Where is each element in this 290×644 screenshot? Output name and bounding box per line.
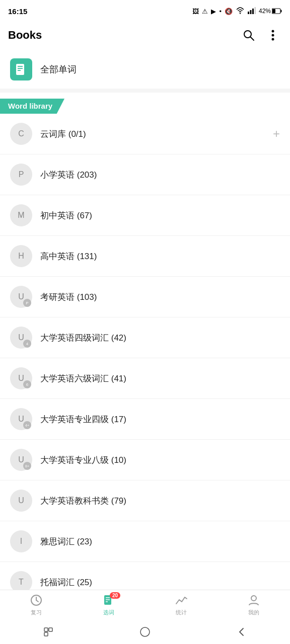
list-item[interactable]: H 高中英语 (131) (0, 236, 290, 277)
svg-line-9 (251, 37, 254, 41)
avatar: M (10, 204, 32, 226)
battery-icon: 42% (259, 8, 282, 15)
item-label: 大学英语教科书类 (79) (40, 495, 280, 507)
svg-line-19 (36, 600, 38, 602)
list-item[interactable]: U 6 大学英语六级词汇 (41) (0, 358, 290, 399)
word-library-header: Word library (0, 99, 64, 114)
item-label: 雅思词汇 (23) (40, 536, 280, 547)
search-button[interactable] (240, 26, 258, 44)
sub-badge: 6 (23, 380, 31, 388)
item-label: 大学英语专业四级 (17) (40, 414, 280, 425)
item-label: 大学英语专业八级 (10) (40, 454, 280, 466)
status-time: 16:15 (8, 7, 27, 16)
all-words-row[interactable]: 全部单词 (0, 50, 290, 89)
item-label: 大学英语六级词汇 (41) (40, 373, 280, 384)
list-item[interactable]: P 小学英语 (203) (0, 154, 290, 195)
signal-icon (248, 7, 256, 16)
svg-rect-7 (272, 9, 275, 13)
item-label: 托福词汇 (25) (40, 577, 280, 588)
youtube-icon: ▶ (211, 8, 216, 15)
nav-label-mine: 我的 (248, 609, 259, 616)
app-bar-icons (240, 26, 282, 44)
sub-badge: 8+ (23, 462, 31, 470)
all-words-icon (10, 58, 32, 80)
avatar: I (10, 530, 32, 552)
avatar: H (10, 245, 32, 267)
nav-item-mine[interactable]: 我的 (218, 590, 290, 620)
content-scroll: 全部单词 Word library C 云词库 (0/1) + P 小学英语 (… (0, 50, 290, 644)
nav-label-stats: 统计 (176, 609, 187, 616)
item-label: 大学英语四级词汇 (42) (40, 332, 280, 344)
library-list: C 云词库 (0/1) + P 小学英语 (203) M 初中英语 (67) H… (0, 114, 290, 602)
item-label: 高中英语 (131) (40, 251, 280, 262)
sub-badge: 4 (23, 340, 31, 348)
svg-rect-4 (254, 7, 256, 14)
system-nav (0, 620, 290, 644)
bottom-nav: 复习 20 选词 统计 我的 (0, 590, 290, 620)
nav-badge-select: 20 (110, 592, 120, 599)
list-item[interactable]: U 4 大学英语四级词汇 (42) (0, 317, 290, 358)
avatar: U 6 (10, 367, 32, 389)
svg-point-12 (272, 38, 274, 41)
chart-icon (175, 594, 188, 607)
nav-item-stats[interactable]: 统计 (145, 590, 218, 620)
sub-badge: P (23, 299, 31, 307)
dot-icon: • (219, 8, 222, 15)
list-item[interactable]: M 初中英语 (67) (0, 195, 290, 236)
nav-label-review: 复习 (31, 609, 42, 616)
nav-label-select: 选词 (103, 609, 114, 616)
avatar: U 8+ (10, 449, 32, 471)
all-words-label: 全部单词 (40, 63, 77, 75)
person-icon (247, 594, 260, 607)
item-label: 初中英语 (67) (40, 210, 280, 221)
clock-icon (30, 594, 43, 607)
svg-rect-26 (49, 628, 52, 631)
avatar: U 4 (10, 327, 32, 349)
item-label: 考研英语 (103) (40, 291, 280, 303)
status-icons: 🖼 ⚠ ▶ • 🔇 42% (192, 7, 282, 16)
word-library-header-text: Word library (8, 102, 52, 110)
home-button[interactable] (136, 623, 154, 641)
svg-point-0 (240, 13, 241, 14)
nav-item-review[interactable]: 复习 (0, 590, 72, 620)
avatar: C (10, 123, 32, 145)
nav-item-select[interactable]: 20 选词 (72, 590, 145, 620)
svg-point-10 (272, 30, 274, 33)
back-button[interactable] (233, 623, 251, 641)
wifi-icon (236, 7, 245, 16)
add-button[interactable]: + (273, 128, 280, 140)
svg-point-24 (251, 596, 256, 601)
svg-point-11 (272, 34, 274, 37)
avatar: U (10, 490, 32, 512)
list-item[interactable]: U 8+ 大学英语专业八级 (10) (0, 440, 290, 480)
svg-rect-6 (281, 10, 282, 13)
svg-rect-2 (250, 10, 251, 14)
list-item[interactable]: U 4+ 大学英语专业四级 (17) (0, 399, 290, 440)
svg-rect-25 (44, 628, 48, 631)
mute-icon: 🔇 (225, 8, 233, 15)
list-item[interactable]: C 云词库 (0/1) + (0, 114, 290, 154)
avatar: U 4+ (10, 408, 32, 430)
svg-rect-1 (248, 12, 249, 14)
svg-rect-27 (44, 632, 48, 636)
sub-badge: 4+ (23, 421, 31, 429)
svg-rect-13 (16, 64, 24, 75)
more-button[interactable] (264, 26, 282, 44)
avatar: P (10, 164, 32, 186)
avatar: U P (10, 286, 32, 308)
app-title: Books (8, 29, 42, 42)
svg-point-28 (140, 627, 150, 636)
all-words-section: 全部单词 (0, 50, 290, 89)
battery-percent: 42% (259, 8, 271, 15)
alert-icon: ⚠ (202, 8, 208, 15)
app-bar: Books (0, 22, 290, 50)
list-item[interactable]: U P 考研英语 (103) (0, 277, 290, 317)
recent-apps-button[interactable] (39, 623, 57, 641)
word-library-section: Word library C 云词库 (0/1) + P 小学英语 (203) … (0, 93, 290, 602)
list-item[interactable]: U 大学英语教科书类 (79) (0, 480, 290, 521)
list-item[interactable]: I 雅思词汇 (23) (0, 521, 290, 562)
status-bar: 16:15 🖼 ⚠ ▶ • 🔇 42% (0, 0, 290, 22)
svg-rect-3 (252, 9, 254, 14)
item-label: 小学英语 (203) (40, 169, 280, 181)
photo-icon: 🖼 (192, 8, 199, 15)
